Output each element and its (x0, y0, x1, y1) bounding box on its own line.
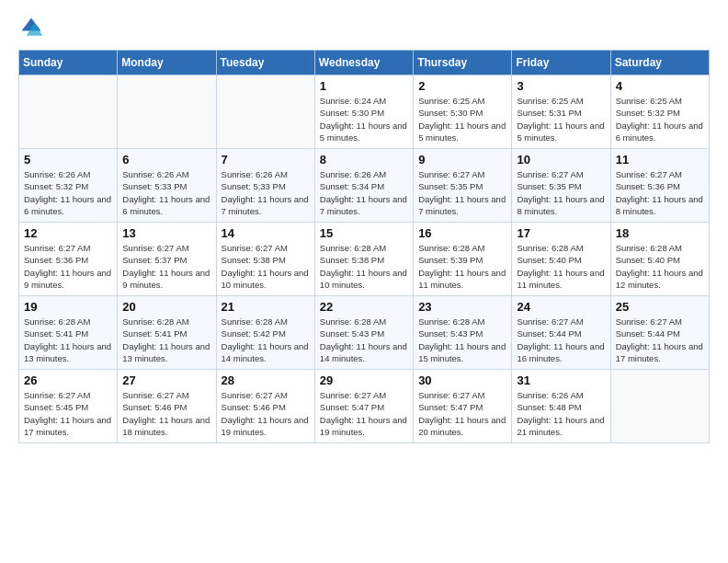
day-number: 18 (616, 226, 704, 240)
day-info: Sunrise: 6:25 AM Sunset: 5:31 PM Dayligh… (517, 95, 605, 144)
day-number: 5 (24, 153, 112, 167)
calendar-week-3: 12Sunrise: 6:27 AM Sunset: 5:36 PM Dayli… (19, 223, 710, 296)
table-row: 16Sunrise: 6:28 AM Sunset: 5:39 PM Dayli… (414, 223, 512, 296)
day-number: 12 (24, 226, 112, 240)
day-number: 29 (320, 373, 408, 387)
day-info: Sunrise: 6:27 AM Sunset: 5:35 PM Dayligh… (418, 168, 506, 217)
table-row: 12Sunrise: 6:27 AM Sunset: 5:36 PM Dayli… (19, 223, 118, 296)
weekday-header-sunday: Sunday (19, 51, 118, 75)
day-number: 20 (122, 300, 210, 314)
table-row (19, 75, 118, 149)
table-row: 21Sunrise: 6:28 AM Sunset: 5:42 PM Dayli… (216, 296, 314, 370)
table-row: 13Sunrise: 6:27 AM Sunset: 5:37 PM Dayli… (118, 223, 216, 296)
day-info: Sunrise: 6:27 AM Sunset: 5:35 PM Dayligh… (517, 168, 605, 217)
day-info: Sunrise: 6:27 AM Sunset: 5:36 PM Dayligh… (24, 242, 112, 291)
calendar-week-1: 1Sunrise: 6:24 AM Sunset: 5:30 PM Daylig… (19, 75, 710, 149)
weekday-header-tuesday: Tuesday (216, 51, 314, 75)
day-info: Sunrise: 6:27 AM Sunset: 5:44 PM Dayligh… (616, 316, 704, 364)
day-info: Sunrise: 6:27 AM Sunset: 5:38 PM Dayligh… (222, 242, 310, 291)
day-info: Sunrise: 6:28 AM Sunset: 5:41 PM Dayligh… (24, 316, 112, 364)
day-info: Sunrise: 6:28 AM Sunset: 5:38 PM Dayligh… (320, 242, 408, 291)
day-info: Sunrise: 6:27 AM Sunset: 5:44 PM Dayligh… (517, 316, 605, 364)
weekday-header-saturday: Saturday (610, 51, 709, 75)
weekday-header-friday: Friday (512, 51, 610, 75)
table-row: 7Sunrise: 6:26 AM Sunset: 5:33 PM Daylig… (216, 149, 314, 223)
weekday-header-wednesday: Wednesday (314, 51, 413, 75)
table-row (216, 75, 314, 149)
day-info: Sunrise: 6:27 AM Sunset: 5:46 PM Dayligh… (222, 389, 310, 438)
day-info: Sunrise: 6:28 AM Sunset: 5:43 PM Dayligh… (418, 316, 506, 364)
day-info: Sunrise: 6:26 AM Sunset: 5:33 PM Dayligh… (222, 168, 310, 217)
day-info: Sunrise: 6:26 AM Sunset: 5:32 PM Dayligh… (24, 168, 112, 217)
table-row: 17Sunrise: 6:28 AM Sunset: 5:40 PM Dayli… (512, 223, 610, 296)
day-number: 10 (517, 153, 605, 167)
day-number: 9 (418, 153, 506, 167)
day-number: 26 (24, 373, 112, 387)
table-row: 29Sunrise: 6:27 AM Sunset: 5:47 PM Dayli… (314, 370, 413, 443)
day-info: Sunrise: 6:27 AM Sunset: 5:37 PM Dayligh… (122, 242, 210, 291)
day-info: Sunrise: 6:28 AM Sunset: 5:42 PM Dayligh… (222, 316, 310, 364)
day-info: Sunrise: 6:28 AM Sunset: 5:43 PM Dayligh… (320, 316, 408, 364)
table-row: 25Sunrise: 6:27 AM Sunset: 5:44 PM Dayli… (610, 296, 709, 370)
logo-icon (18, 15, 44, 40)
day-number: 31 (517, 373, 605, 387)
day-number: 25 (616, 300, 704, 314)
day-number: 3 (517, 79, 605, 93)
day-number: 14 (222, 226, 310, 240)
logo (18, 15, 48, 40)
table-row: 30Sunrise: 6:27 AM Sunset: 5:47 PM Dayli… (414, 370, 512, 443)
day-number: 1 (320, 79, 408, 93)
day-number: 8 (320, 153, 408, 167)
day-number: 30 (418, 373, 506, 387)
table-row: 3Sunrise: 6:25 AM Sunset: 5:31 PM Daylig… (512, 75, 610, 149)
day-number: 15 (320, 226, 408, 240)
table-row: 5Sunrise: 6:26 AM Sunset: 5:32 PM Daylig… (19, 149, 118, 223)
table-row: 27Sunrise: 6:27 AM Sunset: 5:46 PM Dayli… (118, 370, 216, 443)
weekday-header-thursday: Thursday (414, 51, 512, 75)
day-info: Sunrise: 6:27 AM Sunset: 5:46 PM Dayligh… (122, 389, 210, 438)
weekday-header-row: SundayMondayTuesdayWednesdayThursdayFrid… (19, 51, 710, 75)
table-row: 20Sunrise: 6:28 AM Sunset: 5:41 PM Dayli… (118, 296, 216, 370)
day-info: Sunrise: 6:28 AM Sunset: 5:40 PM Dayligh… (517, 242, 605, 291)
day-number: 11 (616, 153, 704, 167)
day-number: 23 (418, 300, 506, 314)
day-number: 17 (517, 226, 605, 240)
day-number: 13 (122, 226, 210, 240)
weekday-header-monday: Monday (118, 51, 216, 75)
day-number: 2 (418, 79, 506, 93)
table-row: 9Sunrise: 6:27 AM Sunset: 5:35 PM Daylig… (414, 149, 512, 223)
day-number: 24 (517, 300, 605, 314)
day-info: Sunrise: 6:26 AM Sunset: 5:48 PM Dayligh… (517, 389, 605, 438)
calendar-week-5: 26Sunrise: 6:27 AM Sunset: 5:45 PM Dayli… (19, 370, 710, 443)
day-info: Sunrise: 6:25 AM Sunset: 5:32 PM Dayligh… (616, 95, 704, 144)
calendar-week-4: 19Sunrise: 6:28 AM Sunset: 5:41 PM Dayli… (19, 296, 710, 370)
table-row: 26Sunrise: 6:27 AM Sunset: 5:45 PM Dayli… (19, 370, 118, 443)
table-row (118, 75, 216, 149)
day-info: Sunrise: 6:26 AM Sunset: 5:34 PM Dayligh… (320, 168, 408, 217)
table-row: 14Sunrise: 6:27 AM Sunset: 5:38 PM Dayli… (216, 223, 314, 296)
day-info: Sunrise: 6:24 AM Sunset: 5:30 PM Dayligh… (320, 95, 408, 144)
table-row: 18Sunrise: 6:28 AM Sunset: 5:40 PM Dayli… (610, 223, 709, 296)
table-row: 10Sunrise: 6:27 AM Sunset: 5:35 PM Dayli… (512, 149, 610, 223)
day-number: 27 (122, 373, 210, 387)
table-row: 1Sunrise: 6:24 AM Sunset: 5:30 PM Daylig… (314, 75, 413, 149)
day-number: 19 (24, 300, 112, 314)
table-row: 15Sunrise: 6:28 AM Sunset: 5:38 PM Dayli… (314, 223, 413, 296)
table-row: 28Sunrise: 6:27 AM Sunset: 5:46 PM Dayli… (216, 370, 314, 443)
day-number: 22 (320, 300, 408, 314)
day-number: 28 (222, 373, 310, 387)
table-row: 23Sunrise: 6:28 AM Sunset: 5:43 PM Dayli… (414, 296, 512, 370)
table-row: 4Sunrise: 6:25 AM Sunset: 5:32 PM Daylig… (610, 75, 709, 149)
day-number: 4 (616, 79, 704, 93)
table-row: 11Sunrise: 6:27 AM Sunset: 5:36 PM Dayli… (610, 149, 709, 223)
page-header (18, 15, 710, 40)
day-info: Sunrise: 6:27 AM Sunset: 5:45 PM Dayligh… (24, 389, 112, 438)
table-row: 6Sunrise: 6:26 AM Sunset: 5:33 PM Daylig… (118, 149, 216, 223)
day-info: Sunrise: 6:28 AM Sunset: 5:39 PM Dayligh… (418, 242, 506, 291)
table-row: 31Sunrise: 6:26 AM Sunset: 5:48 PM Dayli… (512, 370, 610, 443)
table-row (610, 370, 709, 443)
day-number: 6 (122, 153, 210, 167)
table-row: 2Sunrise: 6:25 AM Sunset: 5:30 PM Daylig… (414, 75, 512, 149)
day-number: 21 (222, 300, 310, 314)
calendar-table: SundayMondayTuesdayWednesdayThursdayFrid… (18, 50, 710, 443)
